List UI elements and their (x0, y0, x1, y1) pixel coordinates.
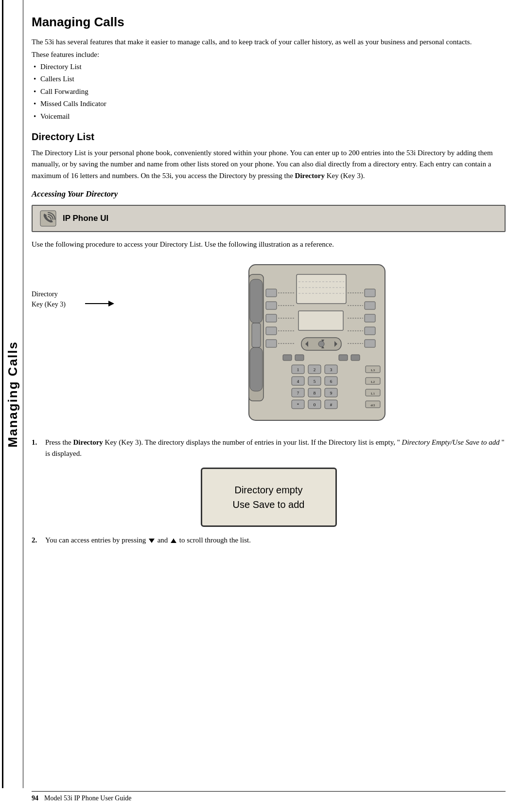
svg-text:5: 5 (313, 379, 315, 384)
step-1-text-prefix: Press the (45, 438, 73, 446)
footer-text: Model 53i IP Phone User Guide (44, 794, 132, 802)
list-item: Call Forwarding (40, 86, 506, 98)
dir-key-line2: Key (Key 3) (32, 301, 66, 308)
sidebar-left-line (2, 0, 3, 788)
step-2-num: 2. (32, 535, 37, 546)
svg-text:*: * (297, 402, 299, 407)
sidebar: Managing Calls (0, 0, 25, 788)
numbered-steps: 1. Press the Directory Key (Key 3). The … (32, 437, 506, 546)
directory-bold: Directory (295, 172, 325, 180)
svg-text:L2: L2 (371, 380, 375, 384)
step-1-bold: Directory (73, 438, 103, 446)
svg-rect-5 (250, 279, 262, 323)
list-item: Callers List (40, 73, 506, 86)
svg-rect-21 (365, 327, 375, 335)
intro-paragraph: The 53i has several features that make i… (32, 36, 506, 48)
svg-text:9: 9 (330, 391, 332, 396)
svg-point-38 (318, 341, 324, 347)
directory-empty-display: Directory empty Use Save to add (201, 468, 337, 527)
directory-key-label: Directory Key (Key 3) (32, 289, 80, 309)
page-title: Managing Calls (32, 15, 506, 30)
svg-marker-2 (108, 301, 114, 307)
phone-handset-icon (39, 210, 57, 227)
svg-rect-6 (250, 347, 262, 391)
svg-rect-7 (252, 323, 261, 347)
directory-list-title: Directory List (32, 131, 506, 143)
ip-phone-label: IP Phone UI (63, 214, 108, 223)
step-1-num: 1. (32, 437, 37, 448)
directory-list-body: The Directory List is your personal phon… (32, 147, 506, 181)
features-list: Directory List Callers List Call Forward… (40, 61, 506, 123)
svg-text:#: # (330, 402, 332, 407)
step-2-text-prefix: You can access entries by pressing (45, 536, 148, 544)
arrow-line (85, 299, 114, 310)
svg-text:7: 7 (297, 391, 299, 396)
main-content: Managing Calls The 53i has several featu… (32, 0, 506, 575)
svg-rect-9 (266, 302, 277, 309)
svg-text:3: 3 (330, 367, 332, 372)
features-label: These features include: (32, 51, 506, 59)
footer-page-number: 94 (32, 794, 38, 802)
svg-rect-11 (266, 327, 277, 335)
ip-phone-banner: IP Phone UI (32, 205, 506, 232)
sidebar-right-line (23, 0, 23, 788)
list-item: Directory List (40, 61, 506, 73)
phone-svg: 1 2 3 4 5 6 7 8 9 (220, 260, 404, 425)
dir-key-line1: Directory (32, 290, 58, 298)
accessing-title: Accessing Your Directory (32, 189, 506, 199)
arrow-icon (85, 299, 114, 308)
svg-rect-42 (351, 355, 360, 361)
down-arrow-icon (148, 537, 156, 544)
procedure-text: Use the following procedure to access yo… (32, 239, 506, 250)
list-item: Voicemail (40, 110, 506, 123)
svg-rect-41 (339, 355, 348, 361)
svg-text:6: 6 (330, 379, 332, 384)
svg-text:L3: L3 (371, 368, 375, 372)
phone-illustration: 1 2 3 4 5 6 7 8 9 (118, 260, 506, 425)
svg-rect-22 (365, 340, 375, 347)
step-2-text-mid: and (158, 536, 170, 544)
directory-body-text: The Directory List is your personal phon… (32, 149, 493, 180)
svg-rect-10 (266, 314, 277, 322)
phone-diagram-area: Directory Key (Key 3) (32, 260, 506, 425)
svg-text:4: 4 (297, 379, 299, 384)
step-1: 1. Press the Directory Key (Key 3). The … (32, 437, 506, 460)
svg-rect-32 (298, 311, 343, 330)
svg-rect-20 (365, 314, 375, 322)
directory-body-end: Key (Key 3). (327, 172, 365, 180)
svg-rect-28 (297, 274, 346, 304)
sidebar-label: Managing Calls (5, 341, 20, 448)
svg-marker-75 (149, 539, 155, 543)
svg-text:1: 1 (297, 367, 299, 372)
directory-line2: Use Save to add (233, 499, 305, 510)
svg-rect-8 (266, 289, 277, 297)
svg-text:d/2: d/2 (370, 403, 375, 407)
step-2-text-end: to scroll through the list. (179, 536, 251, 544)
step-2: 2. You can access entries by pressing an… (32, 535, 506, 546)
directory-line1: Directory empty (234, 485, 302, 495)
svg-text:0: 0 (313, 402, 315, 407)
svg-rect-39 (283, 355, 292, 361)
svg-text:2: 2 (313, 367, 315, 372)
svg-text:L1: L1 (371, 392, 375, 396)
step-1-italic: Directory Empty/Use Save to add (402, 438, 500, 446)
svg-rect-18 (365, 289, 375, 297)
svg-rect-19 (365, 302, 375, 309)
svg-rect-12 (266, 340, 277, 347)
svg-rect-40 (295, 355, 304, 361)
directory-empty-text: Directory empty Use Save to add (212, 483, 326, 512)
step-1-text-mid: Key (Key 3). The directory displays the … (105, 438, 400, 446)
page-footer: 94 Model 53i IP Phone User Guide (32, 791, 506, 802)
up-arrow-icon (170, 537, 177, 544)
svg-text:8: 8 (313, 391, 315, 396)
list-item: Missed Calls Indicator (40, 98, 506, 110)
